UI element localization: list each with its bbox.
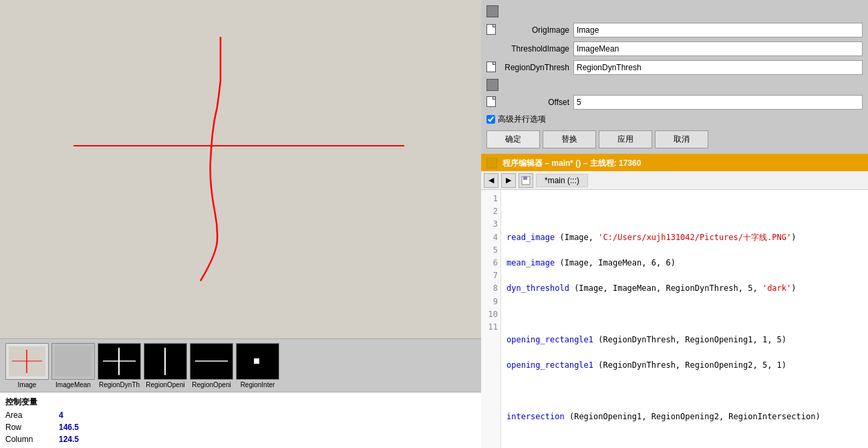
thumbnail-regionopeni2[interactable]: RegionOpeni — [190, 343, 233, 388]
advanced-parallel-checkbox[interactable] — [486, 115, 495, 124]
origimage-icon — [486, 24, 500, 37]
origimage-input[interactable] — [573, 23, 863, 37]
var-row-area: Area 4 — [5, 409, 476, 421]
svg-rect-0 — [0, 0, 481, 334]
code-content[interactable]: read_image (Image, 'C:/Users/xujh131042/… — [501, 190, 868, 448]
toolbar-forward-btn[interactable]: ▶ — [501, 173, 516, 188]
props-icon1 — [486, 5, 498, 17]
code-line-7: opening_rectangle1 (RegionDynThresh, Reg… — [507, 359, 863, 372]
offset-icon — [486, 96, 500, 109]
image-canvas — [0, 0, 481, 334]
code-line-10 — [507, 437, 863, 448]
code-line-9: intersection (RegionOpening1, RegionOpen… — [507, 411, 863, 423]
editor-body: 12345 678910 11 read_image (Image, 'C:/U… — [481, 190, 868, 448]
apply-button[interactable]: 应用 — [599, 130, 652, 148]
variables-title: 控制变量 — [5, 395, 476, 409]
replace-button[interactable]: 替换 — [543, 130, 596, 148]
thumbnail-image[interactable]: Image — [5, 343, 49, 388]
cancel-button[interactable]: 取消 — [655, 130, 708, 148]
var-name-row: Row — [5, 423, 59, 432]
code-line-5 — [507, 308, 863, 321]
props-area: OrigImage ThresholdImage RegionDynThresh — [481, 0, 868, 154]
origimage-label: OrigImage — [500, 25, 573, 35]
toolbar-save-btn[interactable] — [519, 173, 533, 188]
prop-row-offset: Offset — [486, 95, 863, 110]
var-row-row: Row 146.5 — [5, 421, 476, 433]
left-panel: Image ImageMean — [0, 0, 481, 448]
thumbnail-imagemean[interactable]: ImageMean — [51, 343, 95, 388]
thumb-label-regionopeni2: RegionOpeni — [192, 381, 231, 388]
prop-row-origimage: OrigImage — [486, 23, 863, 37]
confirm-button[interactable]: 确定 — [486, 130, 540, 148]
code-line-2: read_image (Image, 'C:/Users/xujh131042/… — [507, 231, 863, 244]
var-row-column: Column 124.5 — [5, 433, 476, 445]
code-line-8 — [507, 385, 863, 398]
toolbar-back-btn[interactable]: ◀ — [484, 173, 498, 188]
thumbnails-bar: Image ImageMean — [0, 338, 481, 392]
var-value-row: 146.5 — [59, 423, 79, 432]
editor-titlebar: 程序编辑器 – main* () – 主线程: 17360 — [481, 155, 868, 171]
editor-title: 程序编辑器 – main* () – 主线程: 17360 — [502, 158, 641, 169]
code-editor: 程序编辑器 – main* () – 主线程: 17360 ◀ ▶ *main … — [481, 154, 868, 448]
thumb-label-imagemean: ImageMean — [55, 381, 91, 388]
thumbnail-regioninter[interactable]: RegionInter — [236, 343, 279, 388]
thresholdimage-input[interactable] — [573, 41, 863, 56]
var-name-area: Area — [5, 411, 59, 420]
right-panel: OrigImage ThresholdImage RegionDynThresh — [481, 0, 868, 448]
var-value-area: 4 — [59, 411, 63, 420]
thumb-label-regioninter: RegionInter — [241, 381, 275, 388]
crosshair-svg — [0, 0, 481, 334]
thresholdimage-label: ThresholdImage — [500, 44, 573, 53]
prop-row-regiondynthresh: RegionDynThresh — [486, 60, 863, 75]
thumbnail-regionopeni1[interactable]: RegionOpeni — [144, 343, 187, 388]
offset-label: Offset — [500, 98, 573, 107]
thumb-label-regiondynth: RegionDynTh — [99, 381, 140, 388]
line-numbers: 12345 678910 11 — [481, 190, 501, 448]
editor-logo — [486, 158, 497, 169]
advanced-parallel-label: 高级并行选项 — [498, 114, 546, 125]
variables-panel: 控制变量 Area 4 Row 146.5 Column 124.5 — [0, 392, 481, 448]
code-line-4: dyn_threshold (Image, ImageMean, RegionD… — [507, 282, 863, 295]
code-line-6: opening_rectangle1 (RegionDynThresh, Reg… — [507, 334, 863, 346]
prop-row-thresholdimage: ThresholdImage — [486, 41, 863, 56]
image-area — [0, 0, 481, 338]
props-icon2 — [486, 79, 498, 91]
var-value-column: 124.5 — [59, 435, 79, 444]
svg-rect-14 — [254, 358, 259, 364]
editor-toolbar: ◀ ▶ *main (:::) — [481, 171, 868, 190]
code-line-1 — [507, 205, 863, 218]
var-name-column: Column — [5, 435, 59, 444]
thumb-label-image: Image — [18, 381, 37, 388]
editor-tab-main[interactable]: *main (:::) — [536, 174, 588, 187]
thumb-label-regionopeni1: RegionOpeni — [146, 381, 184, 388]
svg-rect-5 — [55, 346, 92, 376]
regiondynthresh-icon — [486, 62, 500, 74]
code-line-3: mean_image (Image, ImageMean, 6, 6) — [507, 257, 863, 269]
svg-rect-16 — [523, 177, 527, 180]
offset-input[interactable] — [573, 95, 863, 110]
regiondynthresh-label: RegionDynThresh — [500, 63, 573, 72]
button-row: 确定 替换 应用 取消 — [486, 130, 863, 148]
thumbnail-regiondynth[interactable]: RegionDynTh — [98, 343, 141, 388]
advanced-parallel-row: 高级并行选项 — [486, 114, 863, 125]
regiondynthresh-input[interactable] — [573, 60, 863, 75]
